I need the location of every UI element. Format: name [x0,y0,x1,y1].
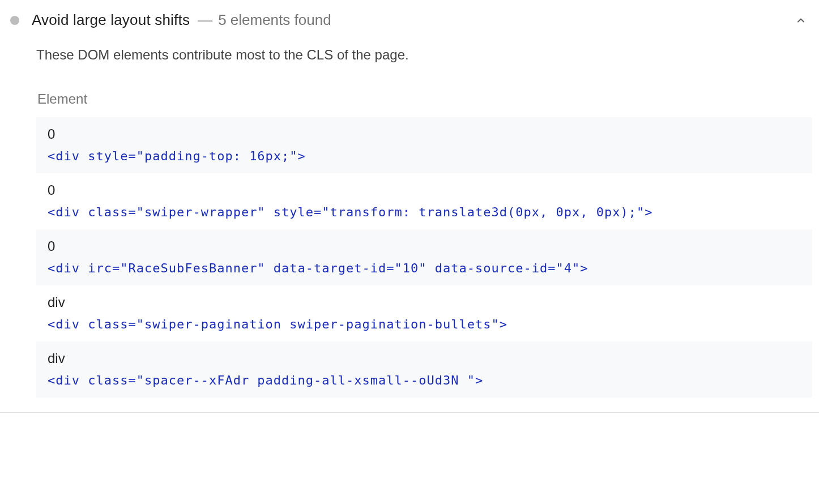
element-row: div <div class="swiper-pagination swiper… [36,285,812,341]
element-label: div [48,294,801,310]
column-header: Element [37,91,812,107]
element-label: 0 [48,238,801,254]
element-snippet: <div irc="RaceSubFesBanner" data-target-… [48,261,801,275]
audit-header[interactable]: Avoid large layout shifts — 5 elements f… [7,7,812,40]
title-separator: — [198,11,212,29]
audit-subtitle: 5 elements found [218,11,793,29]
element-label: div [48,351,801,366]
element-label: 0 [48,182,801,198]
element-snippet: <div class="swiper-pagination swiper-pag… [48,317,801,331]
divider [0,412,819,413]
chevron-up-icon[interactable] [793,12,809,28]
audit-description: These DOM elements contribute most to th… [36,47,812,63]
audit-body: These DOM elements contribute most to th… [7,47,812,398]
element-list: 0 <div style="padding-top: 16px;"> 0 <di… [36,117,812,398]
element-snippet: <div style="padding-top: 16px;"> [48,149,801,163]
element-row: 0 <div irc="RaceSubFesBanner" data-targe… [36,229,812,285]
element-snippet: <div class="spacer--xFAdr padding-all-xs… [48,373,801,387]
status-bullet-icon [10,16,19,25]
element-row: 0 <div style="padding-top: 16px;"> [36,117,812,173]
element-label: 0 [48,126,801,142]
element-snippet: <div class="swiper-wrapper" style="trans… [48,205,801,219]
audit-item: Avoid large layout shifts — 5 elements f… [0,0,819,398]
element-row: 0 <div class="swiper-wrapper" style="tra… [36,173,812,229]
element-row: div <div class="spacer--xFAdr padding-al… [36,341,812,398]
audit-title: Avoid large layout shifts [32,11,190,29]
